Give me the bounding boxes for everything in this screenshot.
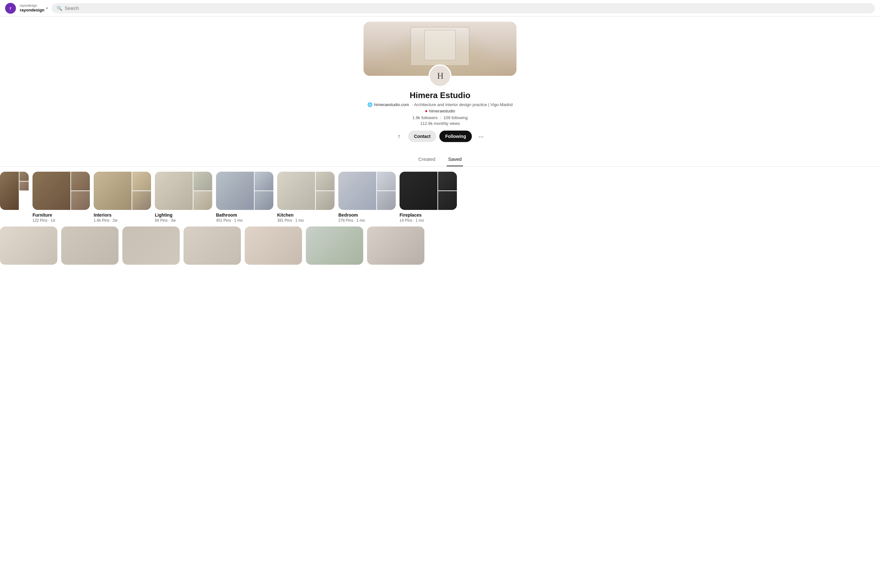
list-item[interactable]: Fireplaces 14 Pins · 1 mo xyxy=(399,172,457,223)
board-meta: 14 Pins · 1 mo xyxy=(399,218,457,223)
board-name: Bedroom xyxy=(338,213,396,218)
share-button[interactable]: ↑ xyxy=(393,130,405,142)
list-item[interactable]: Lighting 68 Pins · 3w xyxy=(155,172,212,223)
avatar: r xyxy=(5,3,16,14)
boards-section: Furniture 122 Pins · 1d Interiors 1.6k P… xyxy=(0,166,880,268)
board-meta: 122 Pins · 1d xyxy=(33,218,90,223)
list-item[interactable]: Bedroom 278 Pins · 1 mo xyxy=(338,172,396,223)
boards-grid-row1: Furniture 122 Pins · 1d Interiors 1.6k P… xyxy=(0,172,880,226)
profile-header: H Himera Estudio 🌐 himeraestudio.com · A… xyxy=(0,16,880,150)
website-link[interactable]: himeraestudio.com xyxy=(374,102,409,107)
boards-grid-row2 xyxy=(0,226,880,268)
contact-button[interactable]: Contact xyxy=(408,130,436,142)
board-name: Interiors xyxy=(94,213,151,218)
nav-user-label: rayondesign xyxy=(20,4,44,8)
board-name: Bathroom xyxy=(216,213,273,218)
more-options-button[interactable]: ··· xyxy=(475,130,487,142)
pinterest-handle[interactable]: himeraestudio xyxy=(429,109,455,113)
board-name: Kitchen xyxy=(277,213,335,218)
tab-created[interactable]: Created xyxy=(417,153,437,166)
profile-name: Himera Estudio xyxy=(410,90,471,100)
list-item[interactable] xyxy=(367,226,424,265)
pinterest-icon: ● xyxy=(425,108,427,113)
list-item[interactable] xyxy=(0,172,29,223)
profile-avatar: H xyxy=(428,64,452,87)
list-item[interactable] xyxy=(122,226,180,265)
following-count[interactable]: 109 following xyxy=(443,115,468,120)
monthly-views: 112.6k monthly views xyxy=(420,121,460,126)
following-button[interactable]: Following xyxy=(439,130,472,142)
followers-count[interactable]: 1.9k followers xyxy=(412,115,437,120)
search-input[interactable] xyxy=(65,6,870,11)
avatar-letter: H xyxy=(437,71,443,81)
list-item[interactable] xyxy=(61,226,119,265)
profile-tabs: Created Saved xyxy=(0,153,880,166)
list-item[interactable]: Bathroom 451 Pins · 1 mo xyxy=(216,172,273,223)
profile-actions: ↑ Contact Following ··· xyxy=(393,130,487,142)
nav-user-name: rayondesign xyxy=(20,8,44,13)
profile-pinterest: ● himeraestudio xyxy=(425,108,455,113)
board-meta: 68 Pins · 3w xyxy=(155,218,212,223)
board-meta: 451 Pins · 1 mo xyxy=(216,218,273,223)
list-item[interactable]: Furniture 122 Pins · 1d xyxy=(33,172,90,223)
search-bar[interactable]: 🔍 xyxy=(52,3,875,14)
board-meta: 278 Pins · 1 mo xyxy=(338,218,396,223)
avatar-initial: r xyxy=(9,6,11,10)
board-name: Lighting xyxy=(155,213,212,218)
list-item[interactable]: Interiors 1.6k Pins · 2w xyxy=(94,172,151,223)
search-icon: 🔍 xyxy=(57,6,62,11)
globe-icon: 🌐 xyxy=(367,102,372,107)
list-item[interactable] xyxy=(306,226,363,265)
chevron-down-icon: ▾ xyxy=(46,6,48,10)
list-item[interactable] xyxy=(245,226,302,265)
board-meta: 1.6k Pins · 2w xyxy=(94,218,151,223)
profile-website: 🌐 himeraestudio.com · Architecture and i… xyxy=(367,102,513,107)
board-name: Fireplaces xyxy=(399,213,457,218)
board-name: Furniture xyxy=(33,213,90,218)
profile-stats: 1.9k followers · 109 following xyxy=(412,115,467,120)
board-meta: 381 Pins · 1 mo xyxy=(277,218,335,223)
user-dropdown[interactable]: rayondesign rayondesign ▾ xyxy=(20,4,48,13)
navigation: r rayondesign rayondesign ▾ 🔍 xyxy=(0,0,880,16)
profile-description: · Architecture and interior design pract… xyxy=(412,102,513,107)
list-item[interactable] xyxy=(183,226,241,265)
list-item[interactable] xyxy=(0,226,57,265)
list-item[interactable]: Kitchen 381 Pins · 1 mo xyxy=(277,172,335,223)
tab-saved[interactable]: Saved xyxy=(447,153,463,166)
